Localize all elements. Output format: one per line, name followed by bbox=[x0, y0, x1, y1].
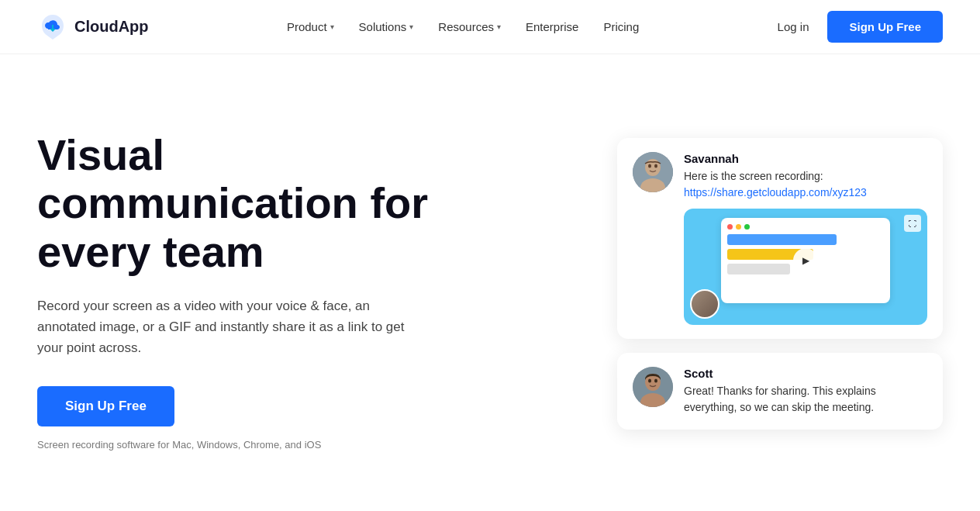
chevron-down-icon: ▾ bbox=[330, 22, 334, 31]
nav-links: Product ▾ Solutions ▾ Resources ▾ Enterp… bbox=[287, 20, 639, 33]
signup-button-hero[interactable]: Sign Up Free bbox=[37, 386, 174, 426]
hero-right: Savannah Here is the screen recording: h… bbox=[617, 138, 943, 444]
avatar-scott bbox=[633, 367, 673, 407]
svg-point-4 bbox=[654, 164, 657, 168]
scott-name: Scott bbox=[684, 367, 927, 380]
close-dot bbox=[727, 224, 733, 230]
signup-button-nav[interactable]: Sign Up Free bbox=[827, 11, 943, 43]
savannah-name: Savannah bbox=[684, 152, 927, 165]
hero-footnote: Screen recording software for Mac, Windo… bbox=[37, 439, 471, 451]
logo-icon bbox=[37, 12, 68, 43]
chat-card-scott: Scott Great! Thanks for sharing. This ex… bbox=[617, 353, 943, 430]
savannah-text: Here is the screen recording: https://sh… bbox=[684, 168, 927, 201]
svg-point-8 bbox=[648, 379, 651, 383]
avatar-scott-image bbox=[633, 367, 673, 407]
hero-left: Visual communication for every team Reco… bbox=[37, 131, 471, 451]
logo[interactable]: CloudApp bbox=[37, 12, 149, 43]
savannah-message: Savannah Here is the screen recording: h… bbox=[684, 152, 927, 325]
nav-actions: Log in Sign Up Free bbox=[778, 11, 943, 43]
hero-subtitle: Record your screen as a video with your … bbox=[37, 295, 425, 359]
minimize-dot bbox=[736, 224, 741, 230]
scott-text: Great! Thanks for sharing. This explains… bbox=[684, 383, 927, 416]
recording-link[interactable]: https://share.getcloudapp.com/xyz123 bbox=[684, 186, 867, 199]
hero-section: Visual communication for every team Reco… bbox=[0, 54, 980, 511]
svg-point-9 bbox=[654, 379, 657, 383]
chevron-down-icon: ▾ bbox=[409, 22, 413, 31]
avatar-savannah bbox=[633, 152, 673, 192]
preview-window: ▶ bbox=[721, 218, 890, 303]
fullscreen-icon: ⛶ bbox=[904, 215, 921, 232]
chat-card-savannah: Savannah Here is the screen recording: h… bbox=[617, 138, 943, 339]
play-button[interactable]: ▶ bbox=[793, 248, 818, 273]
nav-link-pricing[interactable]: Pricing bbox=[603, 20, 639, 33]
nav-link-enterprise[interactable]: Enterprise bbox=[526, 20, 578, 33]
svg-point-3 bbox=[648, 164, 651, 168]
bar-3 bbox=[727, 264, 790, 274]
nav-link-resources[interactable]: Resources ▾ bbox=[438, 20, 501, 33]
scott-message: Scott Great! Thanks for sharing. This ex… bbox=[684, 367, 927, 416]
navbar: CloudApp Product ▾ Solutions ▾ Resources… bbox=[0, 0, 980, 54]
fullscreen-dot bbox=[744, 224, 750, 230]
screen-recording-preview: ⛶ ▶ bbox=[684, 209, 927, 325]
preview-user-avatar bbox=[690, 289, 719, 319]
nav-link-product[interactable]: Product ▾ bbox=[287, 20, 334, 33]
window-controls bbox=[727, 224, 884, 230]
chevron-down-icon: ▾ bbox=[497, 22, 501, 31]
login-link[interactable]: Log in bbox=[778, 20, 809, 33]
logo-text: CloudApp bbox=[74, 18, 149, 36]
hero-title: Visual communication for every team bbox=[37, 131, 471, 277]
bar-1 bbox=[727, 234, 837, 245]
nav-link-solutions[interactable]: Solutions ▾ bbox=[359, 20, 414, 33]
avatar-savannah-image bbox=[633, 152, 673, 192]
